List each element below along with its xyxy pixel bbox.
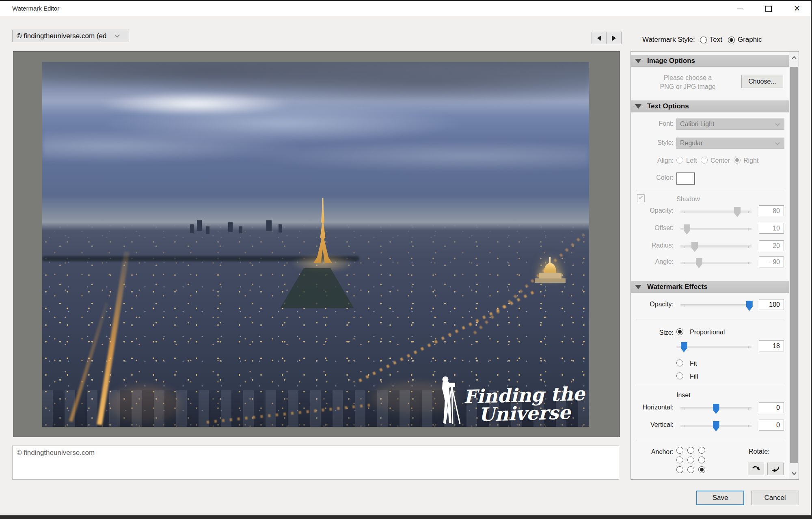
style-graphic-label[interactable]: Graphic	[738, 36, 762, 44]
size-proportional-label[interactable]: Proportional	[690, 329, 725, 336]
slider-thumb[interactable]	[734, 207, 741, 217]
vertical-label: Vertical:	[631, 421, 674, 429]
style-text-label[interactable]: Text	[710, 36, 722, 44]
anchor-middle-center-radio[interactable]	[687, 457, 694, 463]
slider-thumb[interactable]	[681, 342, 687, 352]
shadow-offset-slider[interactable]	[680, 228, 752, 230]
vertical-value[interactable]: 0	[759, 420, 784, 431]
font-dropdown[interactable]: Calibri Light	[676, 118, 784, 130]
size-fit-label[interactable]: Fit	[690, 360, 697, 367]
size-fill-label[interactable]: Fill	[690, 373, 698, 380]
size-proportional-radio[interactable]	[676, 328, 683, 335]
anchor-middle-right-radio[interactable]	[698, 457, 705, 463]
watermark-effects-header[interactable]: Watermark Effects	[631, 281, 790, 293]
anchor-top-right-radio[interactable]	[698, 447, 705, 454]
align-center-label[interactable]: Center	[710, 157, 730, 164]
collapse-triangle-icon	[635, 285, 641, 289]
shadow-opacity-value[interactable]: 80	[759, 205, 784, 216]
style-graphic-radio[interactable]	[728, 37, 735, 43]
style-row: Style: Regular	[631, 138, 790, 149]
font-row: Font: Calibri Light	[631, 118, 790, 130]
close-button[interactable]: ×	[786, 1, 808, 16]
rotate-counterclockwise-button[interactable]	[767, 463, 784, 475]
window-border-top	[0, 0, 812, 1]
next-image-button[interactable]	[607, 32, 622, 44]
shadow-angle-slider[interactable]	[680, 262, 752, 264]
anchor-bottom-center-radio[interactable]	[687, 466, 694, 473]
inset-horizontal-row: Horizontal: 0	[631, 402, 790, 414]
align-left-label[interactable]: Left	[686, 157, 697, 164]
anchor-top-left-radio[interactable]	[676, 447, 683, 454]
save-button[interactable]: Save	[696, 491, 744, 505]
size-slider[interactable]	[676, 346, 752, 348]
image-options-header[interactable]: Image Options	[631, 55, 790, 67]
slider-thumb[interactable]	[746, 301, 753, 311]
tick	[748, 425, 749, 427]
slider-thumb[interactable]	[696, 258, 702, 268]
shadow-offset-value[interactable]: 10	[759, 223, 784, 234]
minimize-button[interactable]	[729, 1, 752, 16]
shadow-radius-value[interactable]: 20	[759, 240, 784, 251]
shadow-radius-row: Radius: 20	[631, 240, 790, 252]
watermark-text-input[interactable]: © findingtheuniverse.com	[12, 446, 619, 480]
size-fill-radio[interactable]	[676, 373, 683, 379]
panel-scrollbar[interactable]	[789, 52, 799, 479]
skyline-tower	[279, 224, 282, 233]
size-label: Size:	[631, 329, 674, 336]
dome-wings	[535, 278, 566, 283]
effects-opacity-label: Opacity:	[631, 301, 674, 308]
chevron-down-icon	[775, 121, 780, 126]
size-fit-radio[interactable]	[676, 360, 683, 366]
divider	[636, 386, 784, 386]
anchor-middle-left-radio[interactable]	[676, 457, 683, 463]
skyline-tower	[190, 224, 194, 233]
chevron-up-icon	[792, 56, 796, 60]
align-right-label[interactable]: Right	[743, 157, 758, 164]
previous-image-button[interactable]	[592, 32, 607, 44]
tick	[680, 346, 680, 348]
rotate-clockwise-button[interactable]	[748, 463, 764, 475]
effects-opacity-slider[interactable]	[680, 304, 752, 306]
text-options-header[interactable]: Text Options	[631, 100, 790, 112]
style-text-radio[interactable]	[700, 37, 707, 43]
scroll-up-button[interactable]	[789, 52, 799, 64]
cancel-button[interactable]: Cancel	[751, 491, 799, 505]
maximize-button[interactable]	[757, 1, 780, 16]
effects-opacity-value[interactable]: 100	[759, 299, 784, 310]
fit-row: Fit	[631, 359, 790, 370]
slider-thumb[interactable]	[684, 224, 690, 235]
effects-opacity-row: Opacity: 100	[631, 299, 790, 311]
maximize-icon	[765, 6, 772, 12]
preset-dropdown[interactable]: © findingtheuniverse.com (ed	[12, 30, 129, 42]
anchor-bottom-right-radio[interactable]	[698, 466, 705, 473]
rotate-counterclockwise-icon	[771, 464, 780, 474]
align-left-radio[interactable]	[676, 157, 683, 164]
choose-image-button[interactable]: Choose...	[741, 75, 783, 88]
shadow-radius-slider[interactable]	[680, 246, 752, 248]
slider-thumb[interactable]	[713, 404, 719, 414]
image-hint-line1: Please choose a	[653, 73, 722, 82]
horizontal-slider[interactable]	[680, 407, 752, 409]
tick	[684, 246, 685, 248]
skyline-tower	[206, 226, 209, 234]
align-center-radio[interactable]	[701, 157, 708, 164]
slider-thumb[interactable]	[713, 421, 719, 431]
font-style-dropdown[interactable]: Regular	[676, 138, 784, 149]
scrollbar-thumb[interactable]	[790, 67, 798, 463]
shadow-angle-value[interactable]: − 90	[759, 256, 784, 267]
scroll-down-button[interactable]	[789, 467, 799, 479]
size-value[interactable]: 18	[759, 340, 784, 351]
skyline-tower	[239, 226, 242, 233]
watermark-text: Finding the Universe	[463, 385, 585, 427]
slider-thumb[interactable]	[691, 242, 698, 252]
color-swatch[interactable]	[676, 172, 695, 185]
shadow-opacity-slider[interactable]	[680, 211, 752, 213]
horizontal-value[interactable]: 0	[759, 402, 784, 413]
photographer-silhouette-icon	[437, 375, 462, 425]
shadow-checkbox[interactable]	[637, 194, 645, 202]
divider	[636, 319, 784, 319]
align-right-radio[interactable]	[734, 157, 741, 164]
anchor-top-center-radio[interactable]	[687, 447, 694, 454]
anchor-bottom-left-radio[interactable]	[676, 466, 683, 473]
vertical-slider[interactable]	[680, 425, 752, 427]
